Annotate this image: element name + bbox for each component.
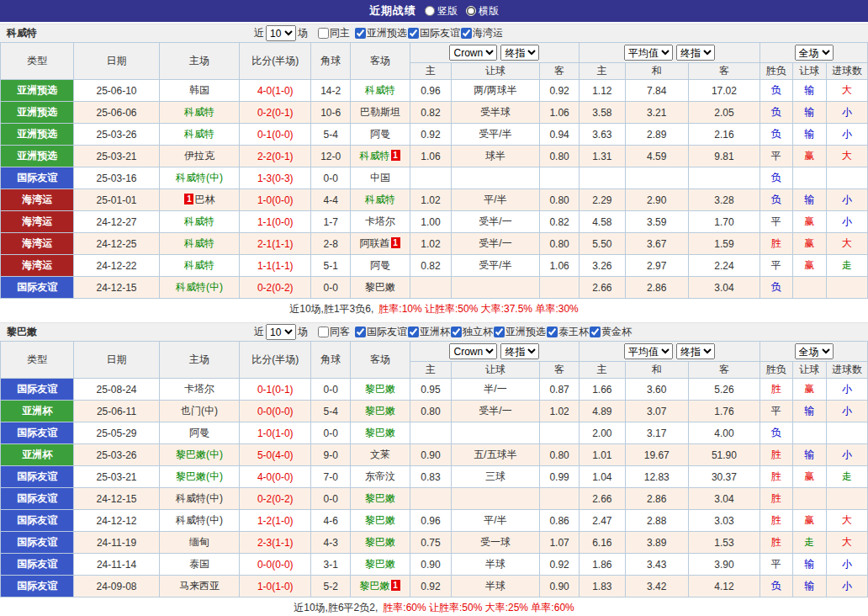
avg-away-odds: 51.90 [688,444,760,466]
match-score: 1-0(1-0) [240,422,311,444]
avg-home-odds: 1.31 [579,146,625,167]
competition-checkbox[interactable]: 亚洲预选 [355,26,407,40]
sub-col-header: 胜负 [760,362,793,379]
layout-radio-horizontal[interactable]: 横版 [466,4,499,19]
competition-checkbox-input[interactable] [494,327,505,337]
match-count-select[interactable]: 10 [266,25,296,41]
same-side-checkbox-input[interactable] [318,28,329,39]
filters-bar: 近 10 场 同主 亚洲预选国际友谊海湾运 [252,25,504,41]
corner-score: 0-0 [311,379,351,401]
competition-checkbox-input[interactable] [408,28,419,39]
summary-line: 近10场,胜6平2负2,胜率:60% 让胜率:50% 大率:25% 单率:60% [0,597,868,616]
team-section: 黎巴嫩 近 10 场 同客 国际友谊亚洲杯独立杯亚洲预选泰王杯黄金杯 [0,322,868,616]
team-label: 黎巴嫩 [365,558,395,570]
away-team-cell: 黎巴嫩 [351,488,410,510]
competition-checkbox-input[interactable] [547,327,558,337]
scope-select[interactable]: 全场 [795,45,834,61]
average-select[interactable]: 平均值 [624,343,673,359]
scope-select[interactable]: 全场 [795,343,834,359]
avg-away-odds: 2.24 [688,255,760,277]
odds-home: 0.96 [410,80,452,102]
average-select[interactable]: 平均值 [624,45,673,61]
avg-away-odds: 4.12 [688,576,760,597]
home-team-cell: 科威特(中) [159,488,239,510]
odds-away: 0.80 [540,146,580,167]
odds-away: 0.80 [540,444,580,466]
match-score: 2-2(0-1) [240,146,311,167]
handicap-line [451,277,540,299]
competition-checkbox[interactable]: 亚洲预选 [494,325,546,339]
result-goals: 大 [827,146,868,167]
col-header-home: 主场 [159,43,239,80]
same-side-checkbox-input[interactable] [318,327,329,337]
scope-select-group: 全场 [760,43,868,63]
competition-checkbox-input[interactable] [355,28,366,39]
team-label: 卡塔尔 [184,383,214,395]
match-date: 25-01-01 [74,189,159,211]
competition-checkbox[interactable]: 海湾运 [461,26,503,40]
same-side-checkbox[interactable]: 同主 [318,26,350,40]
team-section: 科威特 近 10 场 同主 亚洲预选国际友谊海湾运 [0,24,868,321]
sub-col-header: 客 [540,63,580,80]
match-score: 4-0(1-0) [240,80,311,102]
handicap-line: 受平/半 [451,255,540,277]
team-label: 黎巴嫩 [365,514,395,526]
team-label: 科威特(中) [176,514,223,526]
handicap-line: 平/半 [451,189,540,211]
avg-draw-odds: 2.90 [625,189,688,211]
avg-home-odds: 1.01 [579,444,625,466]
sub-col-header: 主 [410,362,452,379]
competition-checkbox-input[interactable] [590,327,601,337]
competition-checkbox-input[interactable] [408,327,419,337]
result-handicap: 输 [792,554,827,576]
home-team-cell: 科威特 [159,255,239,277]
avg-home-odds [579,167,625,189]
odds-away: 0.99 [540,466,580,488]
team-label: 泰国 [189,558,209,570]
competition-checkbox[interactable]: 泰王杯 [547,325,589,339]
final-index-select[interactable]: 终指 [676,343,715,359]
competition-checkbox-input[interactable] [355,327,366,337]
home-team-cell: 科威特 [159,124,239,146]
match-count-select[interactable]: 10 [266,324,296,340]
competition-checkbox[interactable]: 独立杯 [451,325,493,339]
match-row: 亚洲杯 25-03-26 黎巴嫩(中) 5-0(4-0) 9-0 文莱 0.90… [1,444,868,466]
competition-label: 亚洲预选 [505,325,546,339]
team-label: 科威特 [184,215,214,227]
competition-checkbox[interactable]: 亚洲杯 [408,325,450,339]
competition-checkbox-input[interactable] [451,327,462,337]
avg-away-odds: 1.59 [688,233,760,255]
competition-checkbox[interactable]: 国际友谊 [408,26,460,40]
match-row: 海湾运 24-12-27 科威特 1-1(0-0) 1-7 卡塔尔 1.00 受… [1,211,868,233]
final-index-select[interactable]: 终指 [500,45,539,61]
col-header-score: 比分(半场) [240,342,311,379]
result-goals: 大 [827,510,868,532]
same-side-checkbox[interactable]: 同客 [318,325,350,339]
col-header-corner: 角球 [311,342,351,379]
team-name: 科威特 [0,26,252,40]
bookmaker-select[interactable]: Crown [449,343,497,359]
competition-checkbox[interactable]: 国际友谊 [355,325,407,339]
result-handicap: 输 [792,444,827,466]
competition-checkbox-input[interactable] [461,28,472,39]
result-win-draw-loss: 负 [760,102,793,124]
odds-home: 0.96 [410,510,452,532]
col-header-date: 日期 [74,342,159,379]
bookmaker-select[interactable]: Crown [449,45,497,61]
result-win-draw-loss: 负 [760,277,793,299]
match-date: 25-05-29 [74,422,159,444]
competition-checkbox[interactable]: 黄金杯 [590,325,632,339]
col-header-type: 类型 [1,43,74,80]
sub-col-header: 主 [579,362,625,379]
avg-away-odds: 3.04 [688,277,760,299]
final-index-select[interactable]: 终指 [500,343,539,359]
match-score: 1-0(0-0) [240,189,311,211]
result-goals: 小 [827,102,868,124]
layout-radio-vertical[interactable]: 竖版 [425,4,458,19]
layout-radio-horizontal-input[interactable] [466,6,476,16]
sections-container: 科威特 近 10 场 同主 亚洲预选国际友谊海湾运 [0,24,868,616]
layout-radio-vertical-input[interactable] [425,6,435,16]
final-index-select[interactable]: 终指 [676,45,715,61]
red-card-badge: 1 [391,237,400,248]
result-goals: 小 [827,124,868,146]
